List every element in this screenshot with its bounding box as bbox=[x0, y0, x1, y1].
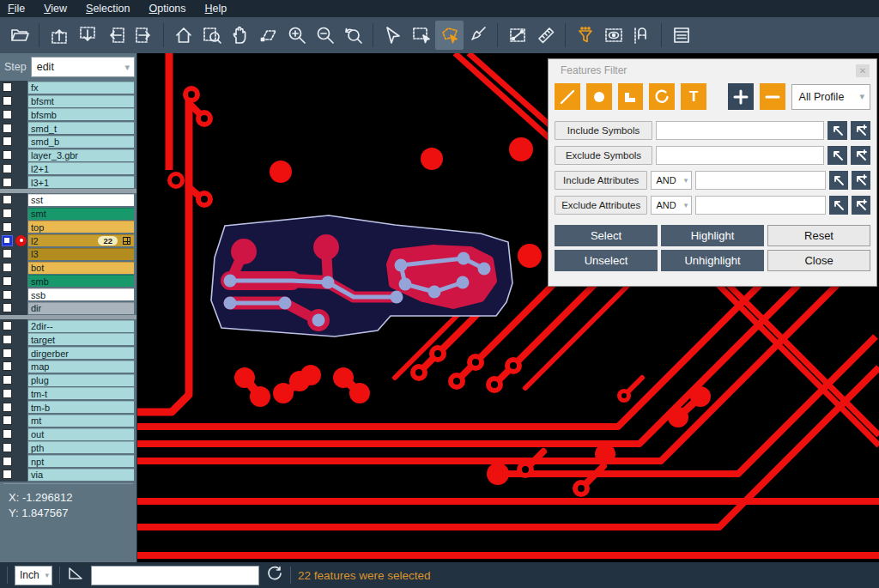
layer-name[interactable]: top bbox=[28, 221, 134, 233]
line-features-button[interactable] bbox=[555, 83, 580, 110]
layer-name[interactable]: map bbox=[28, 361, 134, 373]
layer-name[interactable]: l3 bbox=[28, 248, 134, 260]
add-filter-button[interactable] bbox=[728, 83, 754, 110]
layer-row-map[interactable]: map bbox=[0, 360, 136, 373]
layer-name[interactable]: l222 bbox=[28, 234, 134, 246]
layer-name[interactable]: fx bbox=[28, 82, 134, 94]
home-icon[interactable] bbox=[169, 21, 197, 50]
text-features-button[interactable]: T bbox=[681, 83, 706, 110]
pan-right-icon[interactable] bbox=[130, 21, 158, 50]
layer-checkbox[interactable] bbox=[3, 335, 12, 344]
step-select[interactable]: edit ▾ bbox=[31, 57, 135, 77]
layer-row-smb[interactable]: smb bbox=[0, 275, 136, 288]
pick-add-from-canvas-button[interactable] bbox=[851, 146, 870, 165]
filter-value-field[interactable] bbox=[656, 121, 824, 140]
zoom-selection-icon[interactable] bbox=[254, 21, 282, 50]
filter-label-button[interactable]: Include Symbols bbox=[555, 121, 652, 140]
layer-name[interactable]: tm-t bbox=[28, 387, 134, 399]
pan-up-icon[interactable] bbox=[45, 21, 73, 50]
layer-row-smd_b[interactable]: smd_b bbox=[0, 135, 136, 149]
layer-name[interactable]: target bbox=[28, 333, 134, 345]
layer-row-pth[interactable]: pth bbox=[0, 441, 136, 455]
layer-name[interactable]: sst bbox=[28, 194, 134, 206]
operator-select[interactable]: AND▾ bbox=[651, 171, 692, 190]
layer-row-bfsmb[interactable]: bfsmb bbox=[0, 108, 136, 122]
layer-checkbox[interactable] bbox=[3, 375, 12, 385]
units-select[interactable]: Inch ▾ bbox=[15, 566, 52, 585]
close-button[interactable]: Close bbox=[767, 250, 870, 271]
layer-name[interactable]: via bbox=[28, 469, 134, 481]
pick-add-from-canvas-button[interactable] bbox=[852, 196, 870, 215]
surface-features-button[interactable] bbox=[618, 83, 644, 110]
layer-checkbox[interactable] bbox=[3, 443, 12, 452]
view-options-icon[interactable] bbox=[599, 21, 627, 50]
pick-add-from-canvas-button[interactable] bbox=[852, 171, 870, 190]
menu-item-view[interactable]: View bbox=[44, 3, 67, 15]
profile-select[interactable]: All Profile ▾ bbox=[791, 84, 870, 110]
layer-row-target[interactable]: target bbox=[0, 333, 136, 347]
layer-name[interactable]: smd_t bbox=[28, 122, 134, 134]
pick-add-from-canvas-button[interactable] bbox=[851, 121, 870, 140]
reset-button[interactable]: Reset bbox=[767, 225, 870, 246]
menu-item-options[interactable]: Options bbox=[149, 3, 185, 15]
features-filter-icon[interactable] bbox=[571, 21, 599, 50]
layer-row-smt[interactable]: smt bbox=[0, 207, 136, 221]
operator-select[interactable]: AND▾ bbox=[651, 196, 692, 215]
layer-row-l3+1[interactable]: l3+1 bbox=[0, 175, 136, 189]
measure-ruler-icon[interactable] bbox=[531, 21, 560, 50]
layer-checkbox[interactable] bbox=[3, 249, 12, 258]
layer-checkbox[interactable] bbox=[3, 457, 12, 466]
pick-from-canvas-button[interactable] bbox=[829, 196, 848, 215]
layer-name[interactable]: smt bbox=[28, 208, 134, 220]
layer-name[interactable]: bfsmb bbox=[28, 108, 134, 120]
layer-name[interactable]: ssb bbox=[28, 288, 134, 300]
menu-item-file[interactable]: File bbox=[8, 3, 25, 15]
layer-checkbox[interactable] bbox=[3, 96, 12, 106]
layer-checkbox[interactable] bbox=[3, 124, 12, 133]
zoom-window-icon[interactable] bbox=[197, 21, 226, 50]
snap-magnet-icon[interactable] bbox=[627, 21, 656, 50]
layer-checkbox[interactable] bbox=[3, 82, 12, 92]
zoom-out-icon[interactable] bbox=[311, 21, 339, 50]
layer-row-mt[interactable]: mt bbox=[0, 414, 136, 427]
layer-row-bot[interactable]: bot bbox=[0, 261, 136, 275]
layer-name[interactable]: l2+1 bbox=[28, 162, 134, 174]
layer-row-top[interactable]: top bbox=[0, 221, 136, 234]
layer-name[interactable]: bot bbox=[28, 262, 134, 274]
layer-checkbox[interactable] bbox=[3, 150, 12, 160]
pick-from-canvas-button[interactable] bbox=[827, 146, 847, 165]
report-icon[interactable] bbox=[667, 21, 695, 50]
highlight-button[interactable]: Highlight bbox=[661, 225, 764, 246]
layer-name[interactable]: smd_b bbox=[28, 136, 134, 148]
layer-name[interactable]: tm-b bbox=[28, 401, 134, 413]
layer-checkbox[interactable] bbox=[2, 235, 13, 246]
menu-item-help[interactable]: Help bbox=[205, 3, 227, 15]
layer-row-plug[interactable]: plug bbox=[0, 373, 136, 387]
select-brush-icon[interactable] bbox=[464, 21, 492, 50]
layer-row-2dir--[interactable]: 2dir-- bbox=[0, 319, 136, 333]
select-pointer-icon[interactable] bbox=[379, 21, 407, 50]
layer-name[interactable]: plug bbox=[28, 374, 134, 386]
layer-row-dirgerber[interactable]: dirgerber bbox=[0, 346, 136, 360]
layer-checkbox[interactable] bbox=[3, 389, 12, 398]
arc-features-button[interactable] bbox=[649, 83, 675, 110]
pad-features-button[interactable] bbox=[586, 83, 612, 110]
layer-checkbox[interactable] bbox=[3, 290, 12, 300]
layer-row-tm-b[interactable]: tm-b bbox=[0, 400, 136, 414]
select-rectangle-icon[interactable] bbox=[407, 21, 435, 50]
layer-name[interactable]: dirgerber bbox=[28, 347, 134, 359]
layer-checkbox[interactable] bbox=[3, 209, 12, 218]
layer-name[interactable]: 2dir-- bbox=[28, 320, 134, 332]
pan-down-icon[interactable] bbox=[73, 21, 101, 50]
select-polygon-icon[interactable] bbox=[435, 21, 464, 50]
layer-row-out[interactable]: out bbox=[0, 427, 136, 441]
layer-checkbox[interactable] bbox=[3, 164, 12, 173]
layer-row-l2+1[interactable]: l2+1 bbox=[0, 162, 136, 176]
layer-row-via[interactable]: via bbox=[0, 468, 136, 482]
select-button[interactable]: Select bbox=[555, 225, 658, 246]
layer-checkbox[interactable] bbox=[3, 349, 12, 358]
filter-value-field[interactable] bbox=[695, 196, 826, 215]
layer-checkbox[interactable] bbox=[3, 110, 12, 119]
layer-name[interactable]: npt bbox=[28, 455, 134, 467]
layer-table-icon[interactable] bbox=[123, 237, 130, 245]
